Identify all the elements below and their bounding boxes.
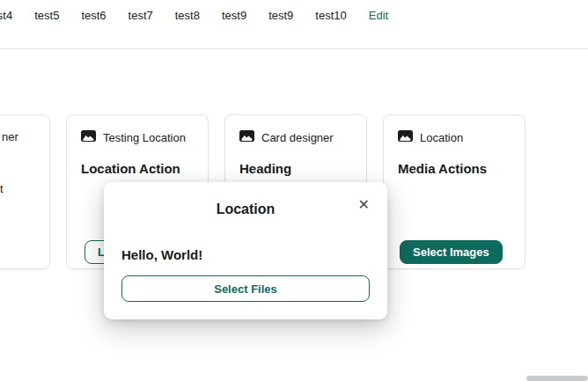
card-label: Location: [420, 131, 463, 144]
card-heading: Heading: [239, 161, 291, 176]
header-divider: [0, 48, 588, 49]
media-icon: [81, 129, 96, 145]
tab-test9-b[interactable]: test9: [268, 9, 293, 22]
card-label: Card designer: [261, 131, 334, 144]
location-dialog: Location ✕ Hello, World! Select Files: [104, 182, 387, 319]
card-label-row: Testing Location: [81, 129, 186, 145]
select-files-button[interactable]: Select Files: [121, 275, 370, 302]
card-partial: ner t: [0, 114, 50, 269]
tab-test6[interactable]: test6: [81, 9, 106, 22]
dialog-body-text: Hello, World!: [121, 247, 202, 262]
card-text-fragment: t: [0, 182, 4, 195]
tab-test10[interactable]: test10: [315, 9, 346, 22]
tab-test8[interactable]: test8: [175, 9, 200, 22]
close-icon[interactable]: ✕: [355, 194, 373, 216]
card-label: Testing Location: [103, 131, 186, 144]
horizontal-scrollbar-thumb[interactable]: [526, 376, 588, 381]
media-icon: [398, 129, 413, 145]
card-label-row: Location: [398, 129, 463, 145]
page: test4 test5 test6 test7 test8 test9 test…: [0, 0, 588, 381]
dialog-title: Location: [104, 201, 387, 217]
media-icon: [239, 129, 254, 145]
tab-test5[interactable]: test5: [34, 9, 59, 22]
select-images-button[interactable]: Select Images: [400, 240, 503, 264]
tab-test9-a[interactable]: test9: [222, 9, 246, 22]
card-heading: Media Actions: [398, 161, 487, 176]
card-label-row: Card designer: [239, 129, 334, 145]
tab-test7[interactable]: test7: [129, 9, 153, 22]
tab-test4[interactable]: test4: [0, 9, 12, 22]
tab-bar: test4 test5 test6 test7 test8 test9 test…: [0, 9, 388, 22]
card-label-fragment: ner: [2, 130, 18, 143]
edit-link[interactable]: Edit: [369, 9, 388, 22]
card-heading: Location Action: [81, 161, 180, 176]
card-location: Location Media Actions Select Images: [383, 114, 526, 269]
